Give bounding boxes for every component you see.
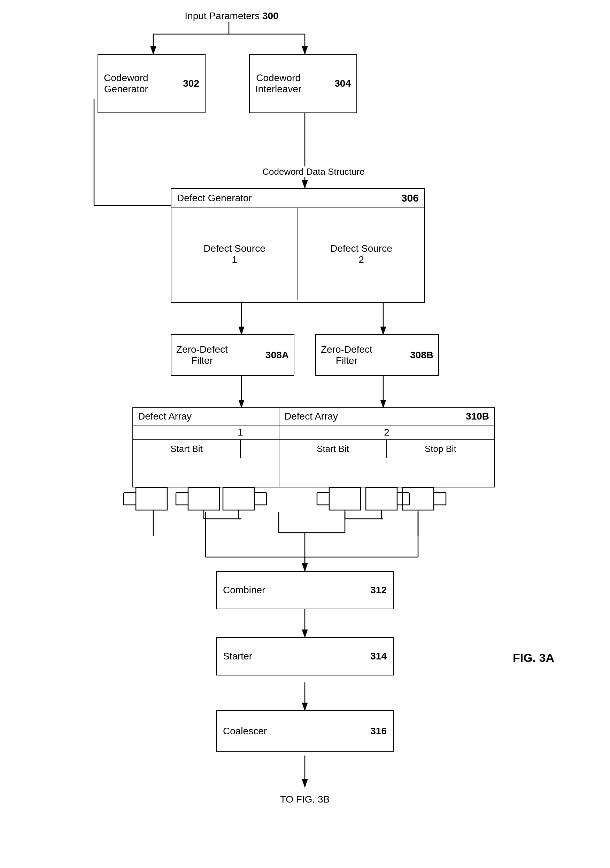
zero-defect-filter-b-label: Zero-Defect Filter: [321, 344, 373, 366]
svg-rect-33: [329, 487, 360, 510]
defect-array-b-label: Defect Array: [284, 411, 338, 422]
codeword-generator-label: Codeword Generator: [104, 73, 148, 95]
starter-label: Starter: [223, 651, 252, 662]
svg-rect-45: [402, 487, 434, 510]
codeword-data-structure-label: Codeword Data Structure: [261, 166, 366, 177]
to-fig-label: TO FIG. 3B: [244, 794, 366, 805]
defect-array-a-start-bit: Start Bit: [133, 440, 240, 458]
defect-source-1: Defect Source 1: [171, 208, 298, 300]
codeword-generator-box: Codeword Generator 302: [98, 54, 206, 113]
defect-array-b-number: 310B: [466, 411, 489, 422]
defect-array-b-box: Defect Array 310B 2 Start Bit Stop Bit: [279, 408, 495, 487]
defect-generator-label: Defect Generator: [177, 192, 252, 204]
combiner-label: Combiner: [223, 584, 265, 596]
codeword-interleaver-label: Codeword Interleaver: [255, 73, 301, 95]
starter-box: Starter 314: [216, 637, 394, 676]
zero-defect-filter-b-number: 308B: [410, 350, 433, 361]
svg-rect-29: [223, 487, 254, 510]
defect-generator-box: Defect Generator 306 Defect Source 1 Def…: [171, 188, 425, 303]
coalescer-number: 316: [370, 725, 387, 737]
codeword-interleaver-number: 304: [334, 78, 351, 89]
codeword-interleaver-box: Codeword Interleaver 304: [249, 54, 357, 113]
defect-array-a-label: Defect Array: [138, 411, 192, 422]
fig-label: FIG. 3A: [513, 651, 554, 665]
defect-source-2: Defect Source 2: [298, 208, 424, 300]
starter-number: 314: [370, 651, 387, 662]
defect-generator-number: 306: [401, 192, 419, 204]
defect-array-b-stop-bit: Stop Bit: [387, 440, 494, 458]
zero-defect-filter-a-box: Zero-Defect Filter 308A: [171, 334, 294, 376]
input-params-label: Input Parameters 300: [167, 11, 296, 22]
svg-rect-37: [366, 487, 397, 510]
combiner-box: Combiner 312: [216, 571, 394, 609]
svg-rect-25: [188, 487, 219, 510]
zero-defect-filter-a-number: 308A: [265, 350, 289, 361]
coalescer-box: Coalescer 316: [216, 710, 394, 752]
zero-defect-filter-a-label: Zero-Defect Filter: [176, 344, 228, 366]
combiner-number: 312: [370, 584, 387, 596]
svg-rect-41: [136, 487, 167, 510]
defect-array-b-start-bit: Start Bit: [279, 440, 386, 458]
codeword-generator-number: 302: [183, 78, 199, 89]
diagram-container: Input Parameters 300 Codeword Generator …: [0, 0, 610, 868]
defect-array-b-sub-number: 2: [279, 425, 494, 440]
coalescer-label: Coalescer: [223, 725, 267, 737]
zero-defect-filter-b-box: Zero-Defect Filter 308B: [315, 334, 439, 376]
